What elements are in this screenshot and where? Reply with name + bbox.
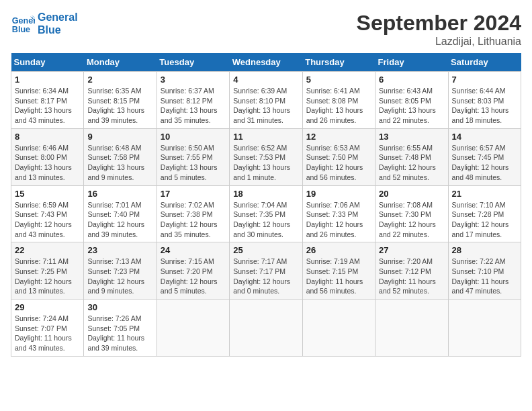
day-number: 15 — [15, 189, 80, 199]
day-number: 1 — [15, 75, 80, 85]
calendar-day-cell: 3 Sunrise: 6:37 AMSunset: 8:12 PMDayligh… — [157, 72, 229, 129]
page-header: General Blue General Blue September 2024… — [11, 11, 521, 48]
day-number: 30 — [87, 302, 152, 312]
calendar-day-cell: 6 Sunrise: 6:43 AMSunset: 8:05 PMDayligh… — [375, 72, 448, 129]
day-detail: Sunrise: 7:08 AMSunset: 7:30 PMDaylight:… — [379, 200, 444, 240]
calendar-week-row: 22 Sunrise: 7:11 AMSunset: 7:25 PMDaylig… — [11, 242, 521, 300]
calendar-day-cell: 22 Sunrise: 7:11 AMSunset: 7:25 PMDaylig… — [11, 242, 84, 300]
calendar-day-cell: 16 Sunrise: 7:01 AMSunset: 7:40 PMDaylig… — [84, 185, 157, 242]
day-number: 11 — [233, 132, 298, 142]
day-detail: Sunrise: 6:46 AMSunset: 8:00 PMDaylight:… — [15, 143, 80, 183]
calendar-day-cell: 11 Sunrise: 6:52 AMSunset: 7:53 PMDaylig… — [230, 128, 302, 185]
title-block: September 2024 Lazdijai, Lithuania — [357, 11, 521, 48]
weekday-header: Tuesday — [157, 53, 229, 72]
day-number: 18 — [233, 189, 298, 199]
weekday-header: Wednesday — [230, 53, 302, 72]
day-detail: Sunrise: 7:24 AMSunset: 7:07 PMDaylight:… — [15, 314, 80, 353]
weekday-header: Saturday — [448, 53, 521, 72]
day-detail: Sunrise: 7:22 AMSunset: 7:10 PMDaylight:… — [452, 257, 517, 296]
day-number: 29 — [15, 302, 80, 312]
day-detail: Sunrise: 7:13 AMSunset: 7:23 PMDaylight:… — [87, 257, 152, 296]
calendar-day-cell: 12 Sunrise: 6:53 AMSunset: 7:50 PMDaylig… — [302, 128, 375, 185]
calendar-day-cell: 27 Sunrise: 7:20 AMSunset: 7:12 PMDaylig… — [375, 242, 448, 300]
calendar-day-cell — [302, 300, 375, 357]
day-detail: Sunrise: 6:59 AMSunset: 7:43 PMDaylight:… — [15, 200, 80, 240]
day-number: 20 — [379, 189, 444, 199]
day-number: 25 — [233, 245, 298, 255]
day-number: 27 — [379, 245, 444, 255]
calendar-day-cell: 14 Sunrise: 6:57 AMSunset: 7:45 PMDaylig… — [448, 128, 521, 185]
calendar-day-cell: 21 Sunrise: 7:10 AMSunset: 7:28 PMDaylig… — [448, 185, 521, 242]
day-detail: Sunrise: 6:44 AMSunset: 8:03 PMDaylight:… — [452, 86, 517, 126]
calendar-day-cell — [157, 300, 229, 357]
calendar-day-cell — [230, 300, 302, 357]
calendar-week-row: 15 Sunrise: 6:59 AMSunset: 7:43 PMDaylig… — [11, 185, 521, 242]
day-detail: Sunrise: 6:39 AMSunset: 8:10 PMDaylight:… — [233, 86, 298, 126]
day-detail: Sunrise: 6:53 AMSunset: 7:50 PMDaylight:… — [306, 143, 371, 183]
calendar-day-cell: 13 Sunrise: 6:55 AMSunset: 7:48 PMDaylig… — [375, 128, 448, 185]
weekday-header: Sunday — [11, 53, 84, 72]
day-number: 14 — [452, 132, 517, 142]
day-number: 17 — [161, 189, 226, 199]
weekday-header: Friday — [375, 53, 448, 72]
day-detail: Sunrise: 6:41 AMSunset: 8:08 PMDaylight:… — [306, 86, 371, 126]
logo-line2: Blue — [38, 24, 78, 36]
calendar-week-row: 8 Sunrise: 6:46 AMSunset: 8:00 PMDayligh… — [11, 128, 521, 185]
location: Lazdijai, Lithuania — [357, 36, 521, 48]
day-detail: Sunrise: 7:15 AMSunset: 7:20 PMDaylight:… — [161, 257, 226, 296]
day-detail: Sunrise: 6:50 AMSunset: 7:55 PMDaylight:… — [161, 143, 226, 183]
calendar-day-cell: 29 Sunrise: 7:24 AMSunset: 7:07 PMDaylig… — [11, 300, 84, 357]
day-number: 19 — [306, 189, 371, 199]
calendar-week-row: 29 Sunrise: 7:24 AMSunset: 7:07 PMDaylig… — [11, 300, 521, 357]
calendar-day-cell: 4 Sunrise: 6:39 AMSunset: 8:10 PMDayligh… — [230, 72, 302, 129]
day-number: 24 — [161, 245, 226, 255]
calendar-day-cell: 5 Sunrise: 6:41 AMSunset: 8:08 PMDayligh… — [302, 72, 375, 129]
day-detail: Sunrise: 6:34 AMSunset: 8:17 PMDaylight:… — [15, 86, 80, 126]
calendar-day-cell: 1 Sunrise: 6:34 AMSunset: 8:17 PMDayligh… — [11, 72, 84, 129]
day-number: 22 — [15, 245, 80, 255]
calendar-day-cell: 28 Sunrise: 7:22 AMSunset: 7:10 PMDaylig… — [448, 242, 521, 300]
day-detail: Sunrise: 6:55 AMSunset: 7:48 PMDaylight:… — [379, 143, 444, 183]
calendar-day-cell: 7 Sunrise: 6:44 AMSunset: 8:03 PMDayligh… — [448, 72, 521, 129]
day-number: 6 — [379, 75, 444, 85]
day-number: 12 — [306, 132, 371, 142]
calendar-day-cell: 24 Sunrise: 7:15 AMSunset: 7:20 PMDaylig… — [157, 242, 229, 300]
calendar-week-row: 1 Sunrise: 6:34 AMSunset: 8:17 PMDayligh… — [11, 72, 521, 129]
calendar-day-cell: 17 Sunrise: 7:02 AMSunset: 7:38 PMDaylig… — [157, 185, 229, 242]
weekday-header: Thursday — [302, 53, 375, 72]
day-number: 13 — [379, 132, 444, 142]
day-detail: Sunrise: 7:26 AMSunset: 7:05 PMDaylight:… — [87, 314, 152, 353]
day-detail: Sunrise: 6:35 AMSunset: 8:15 PMDaylight:… — [87, 86, 152, 126]
day-detail: Sunrise: 7:19 AMSunset: 7:15 PMDaylight:… — [306, 257, 371, 296]
day-detail: Sunrise: 7:01 AMSunset: 7:40 PMDaylight:… — [87, 200, 152, 240]
calendar-day-cell: 25 Sunrise: 7:17 AMSunset: 7:17 PMDaylig… — [230, 242, 302, 300]
calendar-day-cell: 20 Sunrise: 7:08 AMSunset: 7:30 PMDaylig… — [375, 185, 448, 242]
day-detail: Sunrise: 7:20 AMSunset: 7:12 PMDaylight:… — [379, 257, 444, 296]
calendar-day-cell — [375, 300, 448, 357]
logo: General Blue General Blue — [11, 11, 78, 36]
calendar-day-cell: 30 Sunrise: 7:26 AMSunset: 7:05 PMDaylig… — [84, 300, 157, 357]
calendar-day-cell: 10 Sunrise: 6:50 AMSunset: 7:55 PMDaylig… — [157, 128, 229, 185]
calendar-day-cell: 26 Sunrise: 7:19 AMSunset: 7:15 PMDaylig… — [302, 242, 375, 300]
calendar-day-cell: 15 Sunrise: 6:59 AMSunset: 7:43 PMDaylig… — [11, 185, 84, 242]
day-detail: Sunrise: 6:43 AMSunset: 8:05 PMDaylight:… — [379, 86, 444, 126]
day-detail: Sunrise: 7:11 AMSunset: 7:25 PMDaylight:… — [15, 257, 80, 296]
day-number: 4 — [233, 75, 298, 85]
calendar-day-cell: 2 Sunrise: 6:35 AMSunset: 8:15 PMDayligh… — [84, 72, 157, 129]
weekday-header-row: SundayMondayTuesdayWednesdayThursdayFrid… — [11, 53, 521, 72]
day-number: 26 — [306, 245, 371, 255]
calendar-day-cell: 9 Sunrise: 6:48 AMSunset: 7:58 PMDayligh… — [84, 128, 157, 185]
calendar-day-cell: 19 Sunrise: 7:06 AMSunset: 7:33 PMDaylig… — [302, 185, 375, 242]
calendar-day-cell: 23 Sunrise: 7:13 AMSunset: 7:23 PMDaylig… — [84, 242, 157, 300]
day-number: 10 — [161, 132, 226, 142]
day-detail: Sunrise: 6:57 AMSunset: 7:45 PMDaylight:… — [452, 143, 517, 183]
month-title: September 2024 — [357, 11, 521, 36]
day-detail: Sunrise: 7:10 AMSunset: 7:28 PMDaylight:… — [452, 200, 517, 240]
day-detail: Sunrise: 6:52 AMSunset: 7:53 PMDaylight:… — [233, 143, 298, 183]
day-number: 7 — [452, 75, 517, 85]
day-number: 28 — [452, 245, 517, 255]
calendar-table: SundayMondayTuesdayWednesdayThursdayFrid… — [11, 53, 521, 357]
day-number: 5 — [306, 75, 371, 85]
day-number: 9 — [87, 132, 152, 142]
day-number: 8 — [15, 132, 80, 142]
